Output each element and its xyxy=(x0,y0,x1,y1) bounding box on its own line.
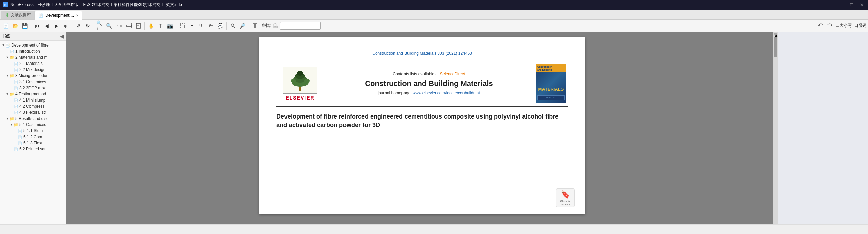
sciencedirect-link[interactable]: ScienceDirect xyxy=(440,72,465,76)
svg-rect-1 xyxy=(126,25,131,26)
tree-item-s5-1-1[interactable]: 📄 5.1.1 Slum xyxy=(0,128,66,134)
tree-label-s4-3: 4.3 Flexural str xyxy=(19,110,46,115)
tree-toggle-s5-1: ▼ xyxy=(9,123,14,126)
tree-toggle-s5: ▼ xyxy=(5,117,9,120)
scroll-up-arrow[interactable]: ▲ xyxy=(774,33,777,35)
tree-item-s4-3[interactable]: 📄 4.3 Flexural str xyxy=(0,109,66,115)
scrollbar-track[interactable]: ▲ xyxy=(773,32,778,224)
journal-name: Construction and Building Materials xyxy=(331,79,527,88)
text-tool-button[interactable]: T xyxy=(156,21,165,30)
open-button[interactable]: 📂 xyxy=(11,21,20,30)
page-icon-s5-2: 📄 xyxy=(14,147,18,151)
tree-item-s2[interactable]: ▼ 📁 2 Materials and mi xyxy=(0,54,66,60)
svg-rect-13 xyxy=(253,24,255,28)
tree-item-s3-1[interactable]: 📄 3.1 Cast mixes xyxy=(0,79,66,85)
tree-toggle-s5-1-3 xyxy=(14,141,18,145)
tree-item-s5-1[interactable]: ▼ 📁 5.1 Cast mixes xyxy=(0,122,66,128)
tree-label-s5-1-2: 5.1.2 Com xyxy=(23,134,42,139)
tab-close-button[interactable]: ✕ xyxy=(76,14,79,17)
tree-item-s3[interactable]: ▼ 📁 3 Mixing procedur xyxy=(0,73,66,79)
tree-toggle-s4-1 xyxy=(9,98,14,102)
tree-label-s4: 4 Testing method xyxy=(15,92,46,96)
tree-item-s4[interactable]: ▼ 📁 4 Testing method xyxy=(0,91,66,97)
scrollbar-thumb[interactable] xyxy=(774,37,777,57)
tab-pdf[interactable]: 📄 Development ... ✕ xyxy=(35,11,82,20)
tree-item-s2-1[interactable]: 📄 2.1 Materials xyxy=(0,60,66,67)
tab-literature-db[interactable]: 🗄 文献数据库 xyxy=(1,11,35,19)
tree-item-s5[interactable]: ▼ 📁 5 Results and disc xyxy=(0,115,66,122)
check-updates-label: Check for updates xyxy=(556,200,574,206)
save-button[interactable]: 💾 xyxy=(20,21,29,30)
first-page-button[interactable]: ⏮ xyxy=(33,21,42,30)
tree-item-s1[interactable]: 📄 1 Introduction xyxy=(0,48,66,54)
fit-width-button[interactable] xyxy=(124,21,133,30)
sep6 xyxy=(226,22,227,30)
svg-point-24 xyxy=(291,79,296,83)
search-button[interactable] xyxy=(229,21,237,30)
refresh2-button[interactable]: ↻ xyxy=(83,21,92,30)
app-icon: N xyxy=(3,2,8,7)
tree-item-s3-2[interactable]: 📄 3.2 3DCP mixe xyxy=(0,85,66,91)
next-page-button[interactable]: ▶ xyxy=(52,21,61,30)
strikethrough-button[interactable]: S xyxy=(206,21,215,30)
svg-text:100: 100 xyxy=(117,24,122,28)
tree-label-s1: 1 Introduction xyxy=(15,49,40,54)
tree-item-root[interactable]: ▼ 📑 Development of fibre xyxy=(0,42,66,48)
tree-item-s4-2[interactable]: 📄 4.2 Compress xyxy=(0,103,66,109)
homepage-link[interactable]: www.elsevier.com/locate/conbuildmat xyxy=(413,91,480,95)
tree-label-s5-2: 5.2 Printed sar xyxy=(19,147,46,151)
tree-toggle-s5-2 xyxy=(9,147,14,151)
layout-button[interactable] xyxy=(251,21,259,30)
last-page-button[interactable]: ⏭ xyxy=(61,21,70,30)
new-button[interactable]: 📄 xyxy=(1,21,10,30)
folder-icon-s3: 📁 xyxy=(9,73,14,78)
pdf-viewer[interactable]: Construction and Building Materials 303 … xyxy=(66,32,778,224)
zoom-out-button[interactable]: 🔍- xyxy=(105,21,114,30)
page-icon-s5-1-2: 📄 xyxy=(18,134,22,139)
tree-item-s2-2[interactable]: 📄 2.2 Mix design xyxy=(0,67,66,73)
tree-item-s4-1[interactable]: 📄 4.1 Mini slump xyxy=(0,97,66,103)
zoom-100-button[interactable]: 100 xyxy=(115,21,124,30)
minimize-button[interactable]: — xyxy=(837,2,845,7)
case-sensitive-button[interactable]: 口大小写 xyxy=(835,23,852,29)
sidebar-collapse-button[interactable]: ◀ xyxy=(60,34,64,39)
word-match-button[interactable]: 口叠词 xyxy=(854,23,867,29)
sidebar-header: 书签 ◀ xyxy=(0,32,66,41)
tab-label-literature: 文献数据库 xyxy=(11,12,31,18)
advanced-search-button[interactable]: 🔎 xyxy=(238,21,247,30)
journal-info-block: Contents lists available at ScienceDirec… xyxy=(331,64,527,103)
highlight-button[interactable]: H xyxy=(188,21,196,30)
tree-item-s5-2[interactable]: 📄 5.2 Printed sar xyxy=(0,146,66,152)
check-updates-button[interactable]: 🔖 Check for updates xyxy=(556,188,575,207)
select-button[interactable] xyxy=(178,21,187,30)
close-button[interactable]: ✕ xyxy=(859,2,865,7)
sep4 xyxy=(144,22,145,30)
tab-bar: 🗄 文献数据库 📄 Development ... ✕ xyxy=(0,10,868,20)
hand-tool-button[interactable]: ✋ xyxy=(146,21,155,30)
redo-button[interactable] xyxy=(827,23,833,29)
snapshot-button[interactable]: 📷 xyxy=(165,21,174,30)
fit-page-button[interactable] xyxy=(134,21,143,30)
layout-icon xyxy=(253,23,257,28)
svg-rect-14 xyxy=(255,24,257,28)
zoom-in-button[interactable]: 🔍+ xyxy=(96,21,105,30)
search-input[interactable] xyxy=(280,22,321,30)
word-match-label: 口叠词 xyxy=(854,23,867,29)
tree-label-root: Development of fibre xyxy=(11,43,49,48)
title-bar: N NoteExpress – 长沙理工大学图书馆版 – F:\3D打印混凝土梁… xyxy=(0,0,868,10)
underline-button[interactable]: U xyxy=(197,21,206,30)
doc-icon-root: 📑 xyxy=(5,43,10,48)
sep5 xyxy=(176,22,176,30)
svg-line-12 xyxy=(234,26,235,28)
pdf-scroll[interactable]: Construction and Building Materials 303 … xyxy=(66,32,778,224)
prev-page-button[interactable]: ◀ xyxy=(42,21,51,30)
maximize-button[interactable]: □ xyxy=(849,2,854,7)
refresh1-button[interactable]: ↺ xyxy=(74,21,83,30)
tree-item-s5-1-2[interactable]: 📄 5.1.2 Com xyxy=(0,134,66,140)
page-icon-s2-2: 📄 xyxy=(14,67,18,72)
comment-button[interactable]: 💬 xyxy=(216,21,225,30)
tree-item-s5-1-3[interactable]: 📄 5.1.3 Flexu xyxy=(0,140,66,146)
paper-title: Development of fibre reinforced engineer… xyxy=(276,112,568,129)
undo-button[interactable] xyxy=(818,23,824,29)
fit-width-icon xyxy=(126,23,132,29)
